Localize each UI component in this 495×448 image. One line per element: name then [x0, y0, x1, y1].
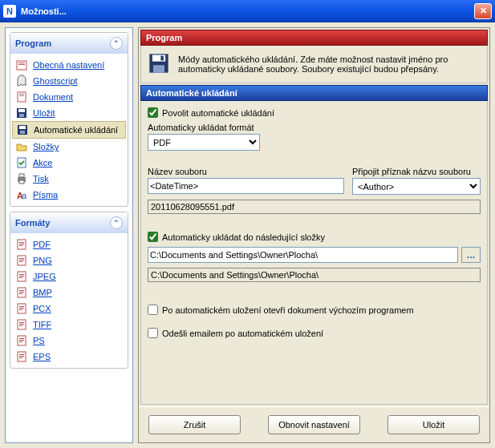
svg-rect-2: [18, 64, 25, 65]
email-after-label: Odešli emailem po automatickém uložení: [162, 329, 323, 338]
svg-rect-33: [19, 293, 22, 294]
svg-rect-3: [18, 92, 26, 102]
sidebar-item-label: Ghostscript: [33, 76, 78, 86]
svg-rect-35: [19, 306, 24, 307]
window-title: Možnosti...: [21, 6, 67, 16]
sidebar-item-akce[interactable]: Akce: [12, 155, 126, 171]
filename-label: Název souboru: [148, 167, 344, 176]
sidebar-item-bmp[interactable]: BMP: [12, 285, 126, 301]
sidebar-item-label: BMP: [33, 288, 52, 297]
svg-rect-39: [19, 322, 24, 323]
enable-autosave-checkbox[interactable]: [148, 107, 158, 118]
sidebar-item-label: PCX: [33, 304, 51, 313]
sidebar-item-label: PNG: [33, 256, 52, 265]
program-panel-title: Program: [15, 38, 51, 48]
svg-rect-7: [18, 109, 25, 112]
button-bar: Zrušit Obnovit nastavení Uložit: [139, 406, 489, 442]
svg-rect-1: [18, 63, 25, 63]
svg-rect-43: [19, 338, 24, 339]
sidebar-item-obecn-nastaven-[interactable]: Obecná nastavení: [12, 57, 126, 73]
sidebar-item-label: Akce: [33, 158, 52, 167]
sidebar-item-pcx[interactable]: PCX: [12, 301, 126, 317]
svg-text:a: a: [22, 191, 27, 200]
fmt-icon: [15, 334, 28, 347]
program-panel: Program ⌃ Obecná nastaveníGhostscriptDok…: [10, 32, 128, 207]
section-title: Program: [140, 30, 488, 46]
filename-input[interactable]: [148, 178, 344, 194]
sidebar-item-dokument[interactable]: Dokument: [12, 89, 126, 105]
svg-rect-10: [19, 126, 26, 129]
folder-label: Automaticky ukládat do následující složk…: [162, 232, 325, 242]
main-area: Program Módy automatického ukládání. Zde…: [138, 27, 490, 443]
sidebar-item-ps[interactable]: PS: [12, 333, 126, 349]
folder-checkbox[interactable]: [148, 232, 158, 242]
fmt-icon: [15, 254, 28, 267]
sidebar-item-label: PS: [33, 336, 45, 345]
svg-rect-52: [153, 65, 164, 72]
email-after-row[interactable]: Odešli emailem po automatickém uložení: [148, 328, 481, 338]
sidebar-item-ghostscript[interactable]: Ghostscript: [12, 73, 126, 89]
email-after-checkbox[interactable]: [148, 328, 158, 338]
sidebar-item-label: Složky: [33, 142, 59, 151]
sidebar-item-label: PDF: [33, 240, 51, 249]
folder-icon: [15, 140, 28, 153]
program-panel-header[interactable]: Program ⌃: [10, 33, 128, 54]
formats-panel: Formáty ⌃ PDFPNGJPEGBMPPCXTIFFPSEPS: [10, 212, 128, 369]
browse-button[interactable]: …: [461, 247, 481, 263]
sidebar-item-label: EPS: [33, 352, 51, 361]
open-after-label: Po automatickém uložení otevři dokument …: [162, 305, 414, 315]
sidebar-item-label: Tisk: [33, 174, 49, 184]
folder-row[interactable]: Automaticky ukládat do následující složk…: [148, 232, 481, 242]
sidebar-item-tiff[interactable]: TIFF: [12, 317, 126, 333]
sidebar-item-label: Obecná nastavení: [33, 60, 104, 70]
svg-rect-27: [19, 274, 24, 275]
sidebar-item-eps[interactable]: EPS: [12, 349, 126, 365]
svg-rect-19: [19, 242, 24, 243]
formats-panel-header[interactable]: Formáty ⌃: [10, 212, 128, 233]
format-select[interactable]: PDF: [148, 134, 260, 151]
folder-input[interactable]: [148, 247, 458, 263]
subsection-title: Automatické ukládání: [140, 85, 488, 101]
sidebar-item-pdf[interactable]: PDF: [12, 236, 126, 252]
cancel-button[interactable]: Zrušit: [148, 415, 241, 434]
ghost-icon: [15, 75, 28, 87]
fmt-icon: [15, 302, 28, 315]
fmt-icon: [15, 238, 28, 251]
sidebar-item-ulo-it[interactable]: Uložit: [12, 105, 126, 121]
refresh-button[interactable]: Obnovit nastavení: [268, 415, 360, 434]
sidebar-item-automatick-ukl-d-n-[interactable]: Automatické ukládání: [12, 121, 126, 139]
sidebar-item-label: Automatické ukládání: [34, 125, 118, 135]
sidebar-item-png[interactable]: PNG: [12, 252, 126, 268]
svg-rect-47: [19, 354, 24, 355]
enable-autosave-row[interactable]: Povolit automatické ukládání: [148, 107, 481, 118]
svg-rect-28: [19, 276, 24, 276]
close-button[interactable]: ✕: [474, 3, 492, 19]
save-icon: [15, 107, 28, 119]
svg-rect-49: [19, 357, 22, 358]
svg-rect-36: [19, 308, 24, 309]
sidebar-item-p-sma[interactable]: AaPísma: [12, 187, 126, 203]
open-after-row[interactable]: Po automatickém uložení otevři dokument …: [148, 305, 481, 315]
suffix-select[interactable]: <Author>: [352, 178, 481, 195]
suffix-label: Připojit příznak názvu souboru: [352, 167, 481, 176]
doc-icon: [15, 91, 28, 103]
sidebar-item-tisk[interactable]: Tisk: [12, 171, 126, 187]
save-button[interactable]: Uložit: [387, 415, 480, 434]
folder-preview: C:\Documents and Settings\Owner\Plocha\: [148, 268, 481, 282]
svg-rect-4: [19, 94, 24, 95]
app-icon: N: [3, 5, 16, 18]
svg-rect-20: [19, 244, 24, 244]
sidebar-item-label: Dokument: [33, 92, 73, 102]
format-label: Automaticky ukládat formát: [148, 123, 260, 132]
fmt-icon: [15, 286, 28, 299]
open-after-checkbox[interactable]: [148, 305, 158, 315]
settings-icon: [15, 59, 28, 71]
sidebar-item-slo-ky[interactable]: Složky: [12, 139, 126, 155]
svg-rect-15: [19, 180, 24, 184]
sidebar-item-jpeg[interactable]: JPEG: [12, 268, 126, 285]
sidebar-item-label: Uložit: [33, 108, 55, 118]
sidebar: Program ⌃ Obecná nastaveníGhostscriptDok…: [5, 27, 133, 443]
svg-rect-25: [19, 261, 22, 262]
save-icon: [148, 52, 170, 76]
section-description: Módy automatického ukládání. Zde máte mo…: [178, 54, 481, 74]
